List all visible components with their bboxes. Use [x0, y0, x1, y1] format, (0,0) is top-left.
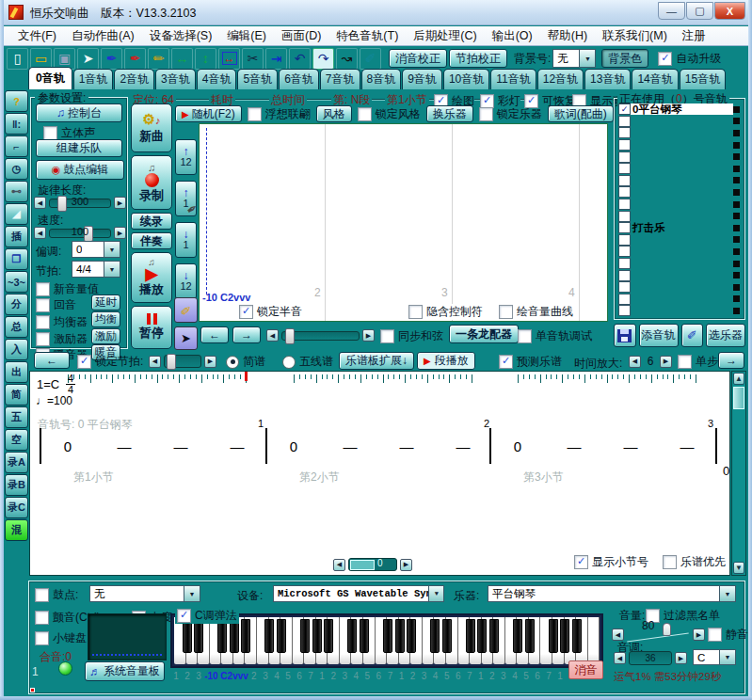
new-song-button[interactable]: ⚙♪ 新曲 — [131, 103, 172, 152]
single-track-debug-checkbox[interactable] — [518, 329, 532, 343]
instrument-checkbox[interactable] — [618, 270, 631, 281]
scroll-right-icon[interactable] — [400, 559, 412, 571]
redo-icon[interactable]: ↷ — [312, 48, 334, 70]
beat-correct-button[interactable]: 节拍校正 — [449, 49, 507, 68]
lock-style-checkbox[interactable] — [358, 107, 372, 121]
piano-white-key[interactable] — [186, 617, 199, 664]
style-button[interactable]: 风格 — [316, 105, 352, 122]
piano-white-key[interactable] — [174, 617, 186, 664]
exciter-checkbox[interactable] — [36, 332, 50, 346]
tab-track-3[interactable]: 3音轨 — [155, 69, 196, 89]
score-hscroll-track[interactable]: 0 — [348, 558, 397, 571]
instrument-row[interactable] — [617, 186, 742, 199]
score-prev-button[interactable]: ← — [34, 352, 70, 369]
instrument-checkbox[interactable] — [618, 127, 631, 138]
strip-staff-button[interactable]: 五 — [5, 406, 28, 428]
strip-mix-button[interactable]: 混 — [5, 519, 28, 541]
piano-white-key[interactable] — [565, 617, 577, 664]
drum-edit-button[interactable]: ◉ 鼓点编辑 — [36, 160, 124, 180]
instrument-checkbox[interactable] — [618, 163, 631, 174]
transpose-up-12-button[interactable]: ↑12 — [175, 139, 197, 175]
tab-track-4[interactable]: 4音轨 — [197, 69, 237, 89]
instrument-checkbox[interactable] — [618, 305, 631, 316]
tab-track-0[interactable]: 0音轨 — [28, 67, 72, 89]
instrument-row[interactable]: 打击乐 — [617, 222, 742, 234]
piano-white-key[interactable] — [293, 617, 305, 664]
tab-track-11[interactable]: 11音轨 — [490, 69, 536, 89]
strip-repeat-sign-button[interactable]: ‖: — [5, 113, 28, 135]
piano-white-key[interactable] — [410, 617, 423, 664]
piano-white-key[interactable] — [482, 617, 494, 664]
tab-track-2[interactable]: 2音轨 — [114, 69, 154, 89]
beat-select[interactable]: 4/4 — [72, 261, 120, 278]
piano-white-key[interactable] — [328, 617, 340, 664]
step-manual-checkbox[interactable] — [678, 355, 692, 369]
maximize-button[interactable]: ▢ — [686, 2, 713, 20]
piano-white-key[interactable] — [351, 617, 363, 664]
strip-clock-button[interactable]: ◷ — [5, 158, 28, 180]
piano-white-key[interactable] — [269, 617, 281, 664]
balance-button[interactable]: 均衡 — [91, 311, 120, 327]
one-stop-orchestration-button[interactable]: 一条龙配器 — [449, 325, 519, 343]
pencil-icon[interactable]: ✏ — [148, 48, 169, 70]
slider-left-icon[interactable] — [34, 197, 46, 209]
pointer-icon[interactable]: ➤ — [77, 48, 99, 70]
instrument-checkbox[interactable] — [618, 222, 631, 233]
score-hscroll-thumb[interactable] — [350, 560, 375, 570]
instrument-row[interactable] — [617, 269, 742, 281]
pen-red-icon[interactable]: ✒ — [124, 48, 146, 70]
c-mode-checkbox[interactable] — [177, 609, 191, 623]
menu-item[interactable]: 输出(O) — [486, 26, 539, 46]
dropdown-arrow-icon[interactable] — [104, 262, 120, 277]
tab-track-10[interactable]: 10音轨 — [443, 69, 489, 89]
piano-white-key[interactable] — [316, 617, 328, 664]
change-instrument-button[interactable]: 换乐器 — [426, 105, 473, 122]
instrument-row[interactable] — [617, 246, 742, 258]
new-file-icon[interactable]: ▯ — [7, 48, 28, 70]
piano-white-key[interactable] — [517, 617, 529, 664]
accompany-button[interactable]: 伴奏 — [131, 232, 172, 249]
melody-length-thumb[interactable] — [57, 196, 67, 212]
console-button[interactable]: ♫ 控制台 — [36, 103, 122, 122]
tab-track-8[interactable]: 8音轨 — [361, 69, 402, 89]
pick-instrument-button[interactable]: 选乐器 — [706, 324, 745, 347]
record-button[interactable]: ♫ 录制 — [131, 155, 172, 210]
tab-track-7[interactable]: 7音轨 — [320, 69, 360, 89]
segment-play-button[interactable]: ▶ 段播放 — [417, 352, 475, 370]
instrument-checkbox[interactable] — [618, 186, 631, 198]
score-priority-checkbox[interactable] — [663, 555, 677, 569]
spin-left-icon[interactable] — [149, 356, 161, 368]
piano-white-key[interactable] — [399, 617, 411, 664]
strip-triplet-button[interactable]: ~3~ — [5, 271, 28, 293]
piano-white-key[interactable] — [221, 617, 233, 664]
speed-track[interactable]: 100 — [49, 229, 111, 238]
show-measure-no-checkbox[interactable] — [574, 555, 588, 569]
vscroll-thumb[interactable] — [733, 387, 744, 409]
bg-color-button[interactable]: 背景色 — [601, 49, 648, 68]
playhead-marker[interactable] — [245, 372, 248, 381]
piano-white-key[interactable] — [470, 617, 482, 664]
strip-total-button[interactable]: 总 — [5, 316, 28, 338]
piano-white-key[interactable] — [588, 617, 600, 664]
brush-icon[interactable]: ✐ — [360, 48, 381, 70]
menu-item[interactable]: 联系我们(M) — [596, 26, 674, 46]
curve-icon[interactable]: ↝ — [336, 48, 358, 70]
melody-length-track[interactable]: 300 — [49, 199, 111, 208]
spin-right-icon[interactable] — [675, 652, 687, 664]
lyrics-fit-button[interactable]: 歌词(配曲) — [548, 105, 614, 122]
instrument-row[interactable] — [617, 116, 742, 128]
strip-crescendo-button[interactable]: ◢ — [5, 203, 28, 225]
pointer-mode-button[interactable]: ➤ — [174, 326, 198, 350]
slider-right-icon[interactable] — [114, 197, 126, 209]
piano-white-key[interactable] — [340, 617, 352, 664]
instrument-row[interactable] — [617, 163, 742, 175]
strip-rec-c-button[interactable]: 录C — [5, 497, 28, 518]
spin-left-icon[interactable] — [614, 652, 626, 664]
menu-item[interactable]: 编辑(E) — [220, 26, 273, 46]
mute-button[interactable]: 消音 — [568, 660, 603, 679]
menu-item[interactable]: 设备选择(S) — [143, 26, 219, 46]
instrument-row[interactable] — [617, 139, 742, 151]
undo-icon[interactable]: ↶ — [289, 48, 311, 70]
delay-button[interactable]: 延时 — [91, 294, 120, 310]
score-hscroll[interactable]: 0 — [333, 558, 412, 571]
